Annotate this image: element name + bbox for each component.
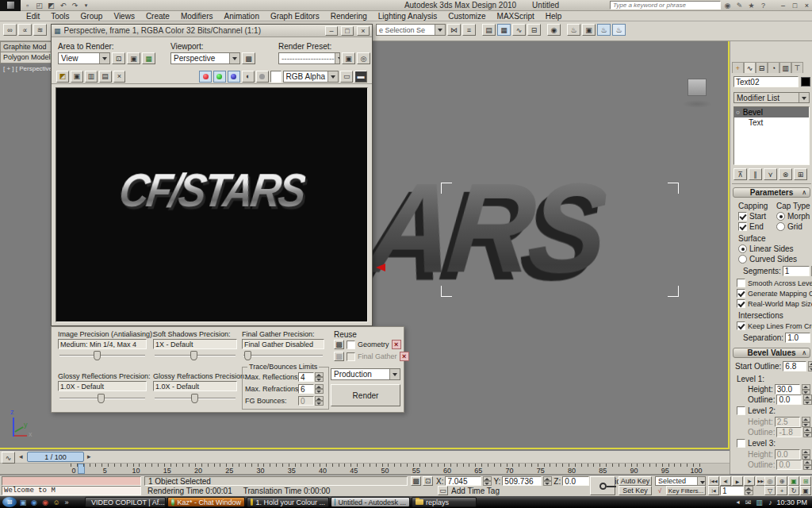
slider-thumb[interactable] (244, 351, 251, 360)
menu-graph-editors[interactable]: Graph Editors (265, 12, 325, 21)
remove-modifier-icon[interactable]: ⊗ (779, 168, 792, 180)
add-time-tag[interactable]: Add Time Tag (451, 487, 500, 495)
render-mode-arrow-icon[interactable] (389, 369, 400, 379)
menu-views[interactable]: Views (108, 12, 140, 21)
viewcube-ring[interactable] (682, 100, 712, 108)
auto-region-icon[interactable]: ▣ (127, 52, 140, 64)
capping-start-checkbox[interactable] (738, 212, 747, 221)
search-input[interactable] (610, 1, 721, 10)
selection-sets-arrow-icon[interactable] (435, 25, 445, 35)
previous-frame-button[interactable]: ◀| (720, 476, 731, 486)
selection-mode-dropdown[interactable]: Selected (655, 476, 706, 486)
spin-down[interactable] (315, 401, 324, 406)
clear-geometry-icon[interactable]: × (392, 340, 401, 349)
slider-thumb[interactable] (98, 394, 105, 403)
capping-end-checkbox[interactable] (738, 222, 747, 231)
max-refractions-spinner[interactable] (315, 384, 324, 394)
key-step-toggle-button[interactable]: |◀ (708, 486, 719, 495)
max-logo[interactable] (0, 0, 21, 11)
menu-modifiers[interactable]: Modifiers (175, 12, 219, 21)
start-outline-spinner[interactable] (808, 361, 812, 371)
reuse-fg-lock-icon[interactable]: ▩ (334, 352, 344, 361)
maxscript-listener-pane[interactable]: Welcome to M (2, 486, 141, 495)
configure-modifier-sets-icon[interactable]: ⊞ (794, 168, 807, 180)
quicklaunch-more-icon[interactable]: » (63, 498, 71, 506)
cap-type-morph-radio[interactable] (776, 212, 785, 221)
segments-field[interactable]: 1 (783, 266, 810, 276)
stack-item-text[interactable]: Text (734, 117, 809, 128)
separation-field[interactable]: 1.0 (785, 333, 810, 343)
tab-display[interactable]: ▥ (779, 62, 791, 73)
menu-help[interactable]: Help (540, 12, 568, 21)
make-unique-icon[interactable]: ⋎ (764, 168, 777, 180)
x-spinner[interactable] (483, 476, 492, 486)
rollout-collapse-icon[interactable]: ∧ (802, 189, 806, 196)
spin-down[interactable] (745, 491, 753, 495)
menu-customize[interactable]: Customize (442, 12, 491, 21)
help-icon[interactable]: ? (758, 2, 768, 10)
current-frame-field[interactable]: 1 (720, 486, 744, 495)
rfw-minimize-button[interactable]: – (325, 26, 338, 36)
slider-thumb[interactable] (94, 351, 101, 360)
reuse-geometry-lock-icon[interactable]: ▩ (334, 340, 344, 349)
task-replays-folder[interactable]: replays (412, 497, 477, 507)
l3-height-spinner[interactable] (802, 449, 810, 460)
preset-dropdown-arrow-icon[interactable] (335, 53, 339, 64)
clear-image-icon[interactable]: × (113, 71, 126, 83)
undo-icon[interactable]: ↶ (58, 2, 68, 10)
image-precision-slider[interactable] (58, 351, 147, 360)
spin-down[interactable] (808, 367, 812, 372)
x-coordinate-field[interactable]: 7.045 (445, 476, 481, 486)
l3-outline-spinner[interactable] (803, 460, 812, 470)
rfw-titlebar[interactable]: ▦ Perspective, frame 1, RGBA Color 32 Bi… (52, 25, 372, 37)
viewcube-cube[interactable] (688, 79, 707, 96)
edit-region-icon[interactable]: ⊡ (112, 52, 125, 64)
quicklaunch-show-desktop-icon[interactable]: ▣ (18, 498, 28, 506)
z-coordinate-field[interactable]: 0.0 (562, 476, 589, 486)
blue-channel-icon[interactable] (228, 71, 240, 83)
search-icon[interactable]: ◉ (722, 2, 733, 10)
object-name-field[interactable]: Text02 (733, 76, 799, 87)
render-production-icon[interactable]: ♨ (597, 24, 611, 36)
generate-mapping-coords-checkbox[interactable] (737, 289, 745, 298)
y-coordinate-field[interactable]: 509.736 (502, 476, 542, 486)
zoom-extents-button[interactable]: ▣ (788, 476, 799, 486)
pin-stack-icon[interactable]: ⊼ (733, 168, 747, 180)
channel-dropdown-arrow-icon[interactable] (327, 71, 338, 82)
task-chat-window[interactable]: Kaz* - Chat Window (167, 497, 245, 507)
tray-expand-icon[interactable]: ◂ (733, 498, 741, 506)
modifier-list-arrow-icon[interactable] (799, 93, 809, 102)
material-editor-icon[interactable]: ◉ (547, 24, 561, 36)
named-selection-sets-dropdown[interactable]: e Selection Se (376, 24, 446, 36)
rfw-restore-button[interactable]: □ (341, 26, 354, 36)
communication-center-icon[interactable]: ✎ (734, 2, 745, 10)
time-tag-icon[interactable]: ▭ (438, 486, 448, 495)
tab-create[interactable]: + (732, 62, 744, 73)
select-and-link-icon[interactable]: ∞ (3, 24, 17, 36)
l3-outline-field[interactable]: 0.0 (776, 460, 802, 470)
task-video-copilot[interactable]: VIDEO COPILOT | Af... (85, 497, 166, 507)
menu-tools[interactable]: Tools (45, 12, 75, 21)
quicklaunch-smiley-icon[interactable]: ☺ (52, 498, 61, 506)
rfw-viewport-dropdown[interactable]: Perspective (170, 52, 240, 64)
zoom-extents-all-button[interactable]: ⊞ (800, 476, 811, 486)
area-to-render-dropdown[interactable]: View (58, 52, 110, 64)
l2-outline-spinner[interactable] (803, 427, 812, 437)
task-hold-your-colour[interactable]: 1. Hold your Colour ... (247, 497, 329, 507)
menu-group[interactable]: Group (75, 12, 109, 21)
go-to-start-button[interactable]: |◀◀ (708, 476, 719, 486)
l1-outline-field[interactable]: 0.0 (776, 394, 802, 405)
menu-animation[interactable]: Animation (218, 12, 264, 21)
macro-recorder-pane[interactable] (2, 476, 141, 486)
orbit-button[interactable]: ↻ (788, 486, 799, 495)
l2-height-spinner[interactable] (802, 417, 810, 427)
unlink-selection-icon[interactable]: ∝ (18, 24, 32, 36)
start-outline-field[interactable]: 6.8 (783, 361, 806, 371)
render-setup-icon[interactable]: ♨ (567, 24, 580, 36)
graphite-ribbon-toggle-icon[interactable]: ▦ (497, 24, 511, 36)
red-channel-icon[interactable] (199, 71, 212, 83)
layout-dock-icon[interactable]: ▬ (354, 71, 367, 83)
l1-height-field[interactable]: 30.0 (775, 384, 800, 394)
reuse-geometry-checkbox[interactable] (347, 341, 355, 349)
glossy-reflections-slider[interactable] (58, 394, 147, 403)
